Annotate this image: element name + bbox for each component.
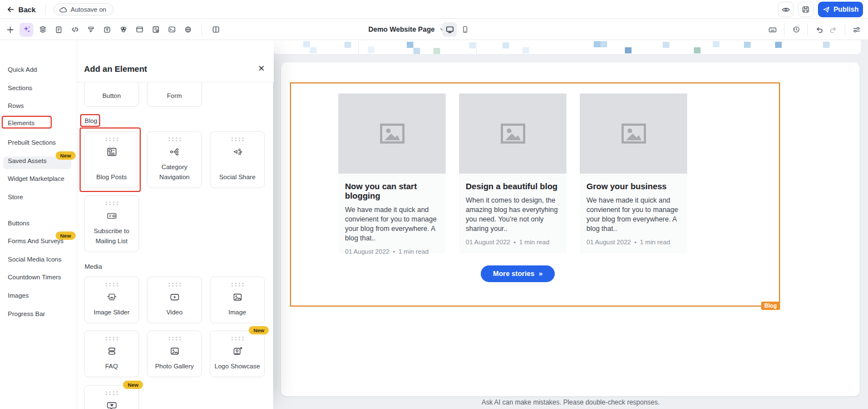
code-tool-button[interactable] xyxy=(68,23,82,37)
post-excerpt: When it comes to design, the amazing blo… xyxy=(466,196,560,234)
back-button[interactable]: Back xyxy=(7,3,36,16)
toolbar-right-group xyxy=(766,19,864,40)
sidebar-item-buttons[interactable]: Buttons xyxy=(8,220,29,226)
text-tool-button[interactable] xyxy=(100,23,114,37)
element-card-faq[interactable]: FAQ xyxy=(84,331,139,377)
element-card-partial[interactable]: New xyxy=(84,385,139,409)
file-search-icon xyxy=(151,25,160,34)
sidebar-item-saved-assets[interactable]: Saved Assets xyxy=(8,157,47,164)
photo-gallery-icon xyxy=(169,346,180,357)
add-element-tool-button[interactable] xyxy=(3,23,17,37)
sidebar-item-countdown-timers[interactable]: Countdown Timers xyxy=(8,274,61,280)
pixel-decoration xyxy=(310,47,317,53)
sidebar-item-store[interactable]: Store xyxy=(8,194,23,200)
sidebar-item-elements[interactable]: Elements xyxy=(8,120,34,126)
autosave-indicator[interactable]: Autosave on xyxy=(53,3,114,16)
sidebar-item-sections[interactable]: Sections xyxy=(8,85,32,91)
preview-button[interactable] xyxy=(778,2,793,17)
split-view-tool-button[interactable] xyxy=(209,23,223,37)
drag-handle-icon xyxy=(230,137,245,141)
keyboard-icon xyxy=(768,25,777,35)
element-card-blog-posts[interactable]: Blog Posts xyxy=(84,131,139,188)
blog-post-card[interactable]: Grow your business We have made it quick… xyxy=(580,93,687,253)
element-card-video[interactable]: Video xyxy=(147,277,202,323)
sidebar-item-progress-bar[interactable]: Progress Bar xyxy=(8,311,45,317)
sidebar-item-quick-add[interactable]: Quick Add xyxy=(8,66,37,73)
save-icon xyxy=(801,5,810,14)
version-history-button[interactable] xyxy=(789,23,803,37)
developer-tool-button[interactable] xyxy=(165,23,179,37)
send-icon xyxy=(822,6,830,13)
sidebar-item-widget-marketplace[interactable]: Widget Marketplace xyxy=(8,175,65,182)
dot-separator: • xyxy=(514,239,516,245)
sections-tool-button[interactable] xyxy=(132,23,146,37)
element-card-label: Category Navigation xyxy=(147,162,201,183)
content-library-tool-button[interactable] xyxy=(149,23,162,37)
post-body: Design a beautiful blog When it comes to… xyxy=(459,174,566,253)
close-icon[interactable]: ✕ xyxy=(258,63,265,73)
publish-button[interactable]: Publish xyxy=(818,2,863,17)
desktop-view-button[interactable] xyxy=(442,22,457,37)
post-date: 01 August 2022 xyxy=(466,239,510,245)
settings-button[interactable] xyxy=(850,23,864,37)
divider xyxy=(784,23,785,36)
element-card-button[interactable]: Button xyxy=(84,82,139,107)
pixel-decoration xyxy=(303,41,310,47)
chat-heart-icon xyxy=(106,400,117,409)
left-sidebar: Quick Add Sections Rows Elements Prebuil… xyxy=(0,40,77,409)
drag-handle-icon xyxy=(167,336,182,341)
element-card-image-slider[interactable]: Image Slider xyxy=(84,277,139,323)
layers-tool-button[interactable] xyxy=(36,23,50,37)
image-placeholder xyxy=(580,93,687,174)
section-label-media: Media xyxy=(85,263,102,270)
plus-icon xyxy=(6,26,14,34)
more-stories-label: More stories xyxy=(493,270,534,278)
element-card-category-navigation[interactable]: Category Navigation xyxy=(147,131,202,188)
page-selector-dropdown[interactable]: Demo Website Page xyxy=(363,22,451,37)
pixel-decoration xyxy=(775,42,782,48)
pixel-decoration xyxy=(344,42,351,48)
browser-card-icon xyxy=(135,25,144,34)
editor-toolbar: Demo Website Page xyxy=(0,19,868,40)
history-clock-icon xyxy=(792,25,801,34)
undo-icon xyxy=(815,25,824,35)
blog-post-card[interactable]: Now you can start blogging We have made … xyxy=(338,93,446,253)
element-card-subscribe-mailing-list[interactable]: Subscribe to Mailing List xyxy=(84,195,139,252)
undo-button[interactable] xyxy=(812,23,826,37)
drag-handle-icon xyxy=(105,137,119,141)
shapes-icon xyxy=(119,25,128,34)
blog-post-card[interactable]: Design a beautiful blog When it comes to… xyxy=(459,93,566,253)
element-card-logo-showcase[interactable]: New Logo Showcase xyxy=(210,331,265,377)
sidebar-item-forms-and-surveys[interactable]: Forms And Surveys xyxy=(8,238,63,244)
sidebar-item-social-media-icons[interactable]: Social Media Icons xyxy=(8,256,62,263)
mobile-view-button[interactable] xyxy=(458,22,472,37)
design-tool-button[interactable] xyxy=(84,23,98,37)
redo-button[interactable] xyxy=(826,23,840,37)
more-stories-button[interactable]: More stories » xyxy=(481,265,555,282)
ai-assistant-tool-button[interactable] xyxy=(19,23,33,37)
element-card-image[interactable]: Image xyxy=(210,277,265,323)
element-card-social-share[interactable]: Social Share xyxy=(210,131,265,188)
dot-separator: • xyxy=(634,239,637,245)
shapes-tool-button[interactable] xyxy=(116,23,130,37)
globe-tool-button[interactable] xyxy=(181,23,195,37)
mobile-icon xyxy=(461,25,470,34)
image-placeholder-icon xyxy=(379,122,406,145)
keyboard-shortcuts-button[interactable] xyxy=(766,23,780,37)
sidebar-item-images[interactable]: Images xyxy=(8,292,29,299)
element-card-photo-gallery[interactable]: Photo Gallery xyxy=(147,331,202,377)
image-placeholder-icon xyxy=(620,122,647,145)
sidebar-item-prebuilt-sections[interactable]: Prebuilt Sections xyxy=(8,139,56,146)
post-date: 01 August 2022 xyxy=(345,248,389,255)
post-excerpt: We have made it quick and convienent for… xyxy=(345,205,439,243)
pixel-decoration xyxy=(433,48,440,54)
pixel-decoration xyxy=(368,47,374,53)
element-card-form[interactable]: Form xyxy=(147,82,202,107)
drag-handle-icon xyxy=(105,336,119,341)
save-button[interactable] xyxy=(798,2,813,17)
pixel-decoration xyxy=(600,41,607,47)
sliders-icon xyxy=(852,25,861,35)
pages-tool-button[interactable] xyxy=(52,23,66,37)
divider xyxy=(807,23,808,36)
sidebar-item-rows[interactable]: Rows xyxy=(8,102,24,109)
